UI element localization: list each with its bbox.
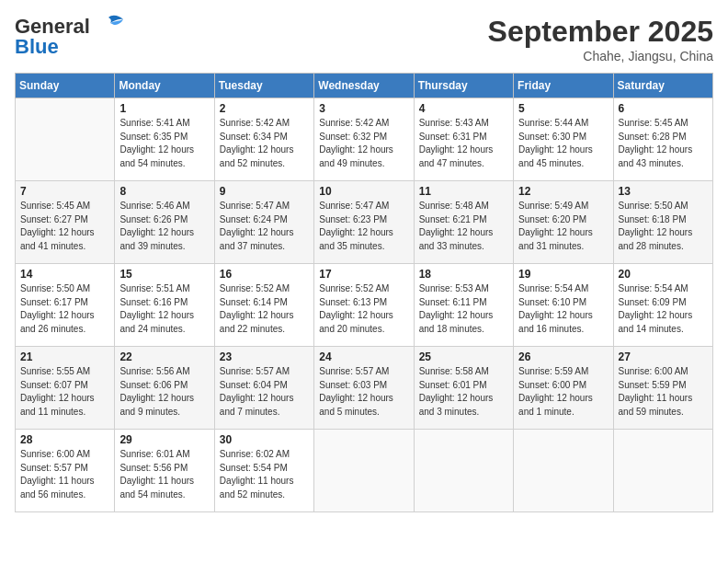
day-info: Sunrise: 5:57 AM Sunset: 6:03 PM Dayligh… [319, 365, 408, 419]
day-info: Sunrise: 5:52 AM Sunset: 6:13 PM Dayligh… [319, 282, 408, 336]
calendar-cell: 14Sunrise: 5:50 AM Sunset: 6:17 PM Dayli… [16, 264, 115, 347]
day-info: Sunrise: 5:50 AM Sunset: 6:17 PM Dayligh… [20, 282, 109, 336]
day-number: 6 [619, 102, 708, 115]
day-number: 9 [220, 185, 309, 198]
calendar-cell: 11Sunrise: 5:48 AM Sunset: 6:21 PM Dayli… [414, 181, 513, 264]
calendar-cell: 28Sunrise: 6:00 AM Sunset: 5:57 PM Dayli… [16, 430, 115, 512]
day-number: 30 [220, 433, 309, 446]
calendar-cell: 6Sunrise: 5:45 AM Sunset: 6:28 PM Daylig… [613, 98, 712, 181]
day-number: 16 [220, 268, 309, 281]
day-info: Sunrise: 5:54 AM Sunset: 6:10 PM Dayligh… [518, 282, 608, 336]
header-tuesday: Tuesday [214, 74, 313, 98]
header-wednesday: Wednesday [314, 74, 414, 98]
day-number: 11 [419, 185, 508, 198]
calendar-week-row: 14Sunrise: 5:50 AM Sunset: 6:17 PM Dayli… [16, 264, 713, 347]
calendar-cell: 18Sunrise: 5:53 AM Sunset: 6:11 PM Dayli… [414, 264, 513, 347]
day-info: Sunrise: 5:55 AM Sunset: 6:07 PM Dayligh… [20, 365, 109, 419]
calendar-cell: 17Sunrise: 5:52 AM Sunset: 6:13 PM Dayli… [314, 264, 414, 347]
day-info: Sunrise: 5:47 AM Sunset: 6:24 PM Dayligh… [220, 200, 309, 253]
calendar-cell [514, 430, 613, 512]
day-info: Sunrise: 5:58 AM Sunset: 6:01 PM Dayligh… [419, 365, 508, 419]
day-info: Sunrise: 6:00 AM Sunset: 5:57 PM Dayligh… [20, 448, 109, 501]
calendar-cell: 19Sunrise: 5:54 AM Sunset: 6:10 PM Dayli… [514, 264, 613, 347]
day-number: 2 [220, 102, 309, 115]
calendar-cell: 29Sunrise: 6:01 AM Sunset: 5:56 PM Dayli… [115, 430, 214, 512]
day-number: 13 [619, 185, 708, 198]
day-info: Sunrise: 5:45 AM Sunset: 6:28 PM Dayligh… [619, 117, 708, 170]
day-number: 14 [20, 268, 109, 281]
day-info: Sunrise: 5:53 AM Sunset: 6:11 PM Dayligh… [419, 282, 508, 336]
day-number: 20 [619, 268, 708, 281]
day-number: 27 [619, 350, 708, 363]
calendar-cell: 15Sunrise: 5:51 AM Sunset: 6:16 PM Dayli… [115, 264, 214, 347]
day-info: Sunrise: 5:46 AM Sunset: 6:26 PM Dayligh… [119, 200, 209, 253]
day-info: Sunrise: 5:56 AM Sunset: 6:06 PM Dayligh… [119, 365, 209, 419]
header-saturday: Saturday [613, 74, 712, 98]
calendar-cell [314, 430, 414, 512]
day-info: Sunrise: 5:57 AM Sunset: 6:04 PM Dayligh… [220, 365, 309, 419]
calendar-week-row: 1Sunrise: 5:41 AM Sunset: 6:35 PM Daylig… [16, 98, 713, 181]
calendar-cell: 7Sunrise: 5:45 AM Sunset: 6:27 PM Daylig… [16, 181, 115, 264]
day-number: 12 [518, 185, 608, 198]
day-number: 1 [119, 102, 209, 115]
day-info: Sunrise: 5:43 AM Sunset: 6:31 PM Dayligh… [419, 117, 508, 170]
day-number: 15 [119, 268, 209, 281]
location: Chahe, Jiangsu, China [488, 49, 713, 63]
calendar-cell [16, 98, 115, 181]
calendar-cell [613, 430, 712, 512]
header-sunday: Sunday [16, 74, 115, 98]
day-number: 10 [319, 185, 408, 198]
calendar-cell: 2Sunrise: 5:42 AM Sunset: 6:34 PM Daylig… [214, 98, 313, 181]
calendar-cell: 22Sunrise: 5:56 AM Sunset: 6:06 PM Dayli… [115, 347, 214, 430]
day-number: 29 [119, 433, 209, 446]
day-number: 7 [20, 185, 109, 198]
day-info: Sunrise: 5:59 AM Sunset: 6:00 PM Dayligh… [518, 365, 608, 419]
day-info: Sunrise: 6:01 AM Sunset: 5:56 PM Dayligh… [119, 448, 209, 501]
day-number: 17 [319, 268, 408, 281]
calendar-week-row: 21Sunrise: 5:55 AM Sunset: 6:07 PM Dayli… [16, 347, 713, 430]
day-number: 21 [20, 350, 109, 363]
day-info: Sunrise: 5:44 AM Sunset: 6:30 PM Dayligh… [518, 117, 608, 170]
calendar-week-row: 28Sunrise: 6:00 AM Sunset: 5:57 PM Dayli… [16, 430, 713, 512]
day-info: Sunrise: 5:54 AM Sunset: 6:09 PM Dayligh… [619, 282, 708, 336]
calendar-cell: 27Sunrise: 6:00 AM Sunset: 5:59 PM Dayli… [613, 347, 712, 430]
calendar-cell: 4Sunrise: 5:43 AM Sunset: 6:31 PM Daylig… [414, 98, 513, 181]
day-info: Sunrise: 5:42 AM Sunset: 6:34 PM Dayligh… [220, 117, 309, 170]
day-number: 22 [119, 350, 209, 363]
day-info: Sunrise: 5:52 AM Sunset: 6:14 PM Dayligh… [220, 282, 309, 336]
day-number: 3 [319, 102, 408, 115]
month-year: September 2025 [488, 15, 713, 49]
day-info: Sunrise: 5:51 AM Sunset: 6:16 PM Dayligh… [119, 282, 209, 336]
calendar-cell [414, 430, 513, 512]
calendar-week-row: 7Sunrise: 5:45 AM Sunset: 6:27 PM Daylig… [16, 181, 713, 264]
calendar-cell: 16Sunrise: 5:52 AM Sunset: 6:14 PM Dayli… [214, 264, 313, 347]
header-monday: Monday [115, 74, 214, 98]
day-info: Sunrise: 5:50 AM Sunset: 6:18 PM Dayligh… [619, 200, 708, 253]
calendar-cell: 9Sunrise: 5:47 AM Sunset: 6:24 PM Daylig… [214, 181, 313, 264]
calendar-cell: 1Sunrise: 5:41 AM Sunset: 6:35 PM Daylig… [115, 98, 214, 181]
header-thursday: Thursday [414, 74, 513, 98]
calendar: SundayMondayTuesdayWednesdayThursdayFrid… [15, 73, 713, 512]
logo-blue-text: Blue [15, 35, 59, 59]
logo: General Blue [15, 15, 125, 59]
day-number: 23 [220, 350, 309, 363]
day-number: 28 [20, 433, 109, 446]
day-info: Sunrise: 5:49 AM Sunset: 6:20 PM Dayligh… [518, 200, 608, 253]
day-info: Sunrise: 6:02 AM Sunset: 5:54 PM Dayligh… [220, 448, 309, 501]
day-number: 24 [319, 350, 408, 363]
day-number: 5 [518, 102, 608, 115]
day-info: Sunrise: 5:42 AM Sunset: 6:32 PM Dayligh… [319, 117, 408, 170]
calendar-cell: 25Sunrise: 5:58 AM Sunset: 6:01 PM Dayli… [414, 347, 513, 430]
calendar-cell: 8Sunrise: 5:46 AM Sunset: 6:26 PM Daylig… [115, 181, 214, 264]
calendar-cell: 12Sunrise: 5:49 AM Sunset: 6:20 PM Dayli… [514, 181, 613, 264]
calendar-cell: 30Sunrise: 6:02 AM Sunset: 5:54 PM Dayli… [214, 430, 313, 512]
day-number: 26 [518, 350, 608, 363]
calendar-header-row: SundayMondayTuesdayWednesdayThursdayFrid… [16, 74, 713, 98]
header-friday: Friday [514, 74, 613, 98]
calendar-cell: 10Sunrise: 5:47 AM Sunset: 6:23 PM Dayli… [314, 181, 414, 264]
day-info: Sunrise: 5:45 AM Sunset: 6:27 PM Dayligh… [20, 200, 109, 253]
calendar-cell: 5Sunrise: 5:44 AM Sunset: 6:30 PM Daylig… [514, 98, 613, 181]
day-info: Sunrise: 5:47 AM Sunset: 6:23 PM Dayligh… [319, 200, 408, 253]
day-info: Sunrise: 5:41 AM Sunset: 6:35 PM Dayligh… [119, 117, 209, 170]
day-info: Sunrise: 6:00 AM Sunset: 5:59 PM Dayligh… [619, 365, 708, 419]
